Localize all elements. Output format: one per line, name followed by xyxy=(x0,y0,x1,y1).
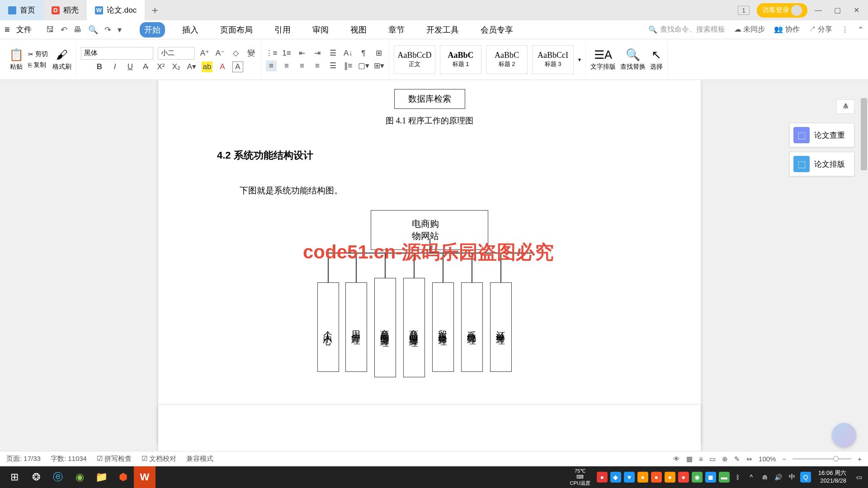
zoom-level[interactable]: 100% xyxy=(759,455,776,463)
char-border-button[interactable]: A xyxy=(232,61,243,72)
tray-icon[interactable]: ▬ xyxy=(719,472,730,483)
volume-icon[interactable]: 🔊 xyxy=(773,472,784,483)
tray-icon[interactable]: ● xyxy=(665,472,675,483)
task-app-1[interactable]: ❂ xyxy=(25,466,47,488)
strikethrough-button[interactable]: A̶ xyxy=(140,61,151,72)
style-heading1[interactable]: AaBbC标题 1 xyxy=(440,45,481,74)
tab-home[interactable]: 首页 xyxy=(0,0,43,20)
redo-icon[interactable]: ↷ xyxy=(104,25,111,35)
maximize-button[interactable]: ▢ xyxy=(829,4,845,17)
sort-button[interactable]: A↓ xyxy=(343,48,354,59)
align-right-button[interactable]: ≡ xyxy=(297,61,307,71)
tab-document[interactable]: W 论文.doc xyxy=(87,0,145,20)
command-search[interactable]: 🔍 查找命令、搜索模板 xyxy=(648,25,725,34)
tray-icon[interactable]: ● xyxy=(597,472,608,483)
tray-icon[interactable]: ● xyxy=(651,472,662,483)
style-heading2[interactable]: AaBbC标题 2 xyxy=(486,45,528,74)
app-icon-1[interactable]: ⬢ xyxy=(112,466,134,488)
find-replace-button[interactable]: 🔍查找替换 xyxy=(620,48,646,71)
menu-tab-devtools[interactable]: 开发工具 xyxy=(422,22,463,38)
share-button[interactable]: ↗ 分享 xyxy=(809,25,832,34)
tray-icon[interactable]: Q xyxy=(800,472,811,483)
fit-width-icon[interactable]: ⇔ xyxy=(746,455,752,463)
asian-layout-button[interactable]: ☰ xyxy=(327,48,338,59)
window-counter[interactable]: 1 xyxy=(738,6,750,15)
tab-daoke[interactable]: D 稻壳 xyxy=(43,0,87,20)
explorer-icon[interactable]: 📁 xyxy=(90,466,112,488)
ie-icon[interactable]: ⓔ xyxy=(47,466,69,488)
taskbar-clock[interactable]: 16:06 周六 2021/8/28 xyxy=(814,469,851,485)
visitor-login-button[interactable]: 访客登录 xyxy=(757,3,807,18)
vertical-scrollbar[interactable] xyxy=(860,80,868,451)
text-effects-button[interactable]: A▾ xyxy=(186,61,197,72)
italic-button[interactable]: I xyxy=(109,61,120,72)
notifications-icon[interactable]: ▭ xyxy=(854,472,864,483)
save-icon[interactable]: 🖫 xyxy=(46,25,54,35)
undo-icon[interactable]: ↶ xyxy=(61,25,67,35)
font-color-button[interactable]: A xyxy=(217,61,228,72)
increase-indent-button[interactable]: ⇥ xyxy=(312,48,323,59)
collab-button[interactable]: 👥 协作 xyxy=(774,25,799,34)
preview-icon[interactable]: 🔍 xyxy=(88,25,98,35)
more-menu[interactable]: ⋮ xyxy=(841,25,849,34)
ime-indicator[interactable]: 中 xyxy=(787,472,797,483)
bold-button[interactable]: B xyxy=(94,61,105,72)
select-button[interactable]: ↖选择 xyxy=(650,48,663,71)
style-heading3[interactable]: AaBbCcI标题 3 xyxy=(532,45,574,74)
bluetooth-icon[interactable]: ᛒ xyxy=(732,472,743,483)
styles-more-button[interactable]: ▾ xyxy=(578,56,581,63)
menu-tab-reference[interactable]: 引用 xyxy=(270,22,295,38)
numbering-button[interactable]: 1≡ xyxy=(281,48,292,59)
menu-tab-vip[interactable]: 会员专享 xyxy=(476,22,518,38)
decrease-indent-button[interactable]: ⇤ xyxy=(297,48,307,59)
tray-icon[interactable]: ● xyxy=(678,472,689,483)
annotation-icon[interactable]: ✎ xyxy=(734,455,740,463)
print-icon[interactable]: 🖶 xyxy=(74,25,82,35)
close-button[interactable]: ✕ xyxy=(848,4,864,17)
wifi-icon[interactable]: ⋒ xyxy=(760,472,770,483)
menu-tab-insert[interactable]: 插入 xyxy=(178,22,203,38)
hamburger-icon[interactable]: ≡ xyxy=(5,24,10,35)
tray-up-icon[interactable]: ^ xyxy=(746,472,757,483)
tray-icon[interactable]: ● xyxy=(637,472,648,483)
paragraph-mark-button[interactable]: ¶ xyxy=(358,48,369,59)
align-center-button[interactable]: ≡ xyxy=(281,61,292,71)
underline-button[interactable]: U xyxy=(125,61,136,72)
decrease-font-icon[interactable]: A⁻ xyxy=(215,48,226,59)
scroll-thumb[interactable] xyxy=(861,98,867,170)
eye-care-icon[interactable]: 👁 xyxy=(673,455,680,463)
tray-icon[interactable]: ◆ xyxy=(610,472,621,483)
borders-button[interactable]: ⊞▾ xyxy=(373,61,384,71)
copy-button[interactable]: ⎘ 复制 xyxy=(28,61,48,69)
line-spacing-button[interactable]: ‖≡ xyxy=(343,61,354,71)
zoom-slider[interactable] xyxy=(793,458,851,460)
increase-font-icon[interactable]: A⁺ xyxy=(199,48,210,59)
word-count[interactable]: 字数: 11034 xyxy=(51,455,87,463)
font-name-select[interactable] xyxy=(81,47,153,60)
menu-tab-review[interactable]: 审阅 xyxy=(308,22,333,38)
zoom-thumb[interactable] xyxy=(833,456,839,461)
sync-status[interactable]: ☁ 未同步 xyxy=(734,25,765,34)
subscript-button[interactable]: X₂ xyxy=(171,61,182,72)
wps-icon[interactable]: W xyxy=(134,466,156,488)
zoom-out-button[interactable]: − xyxy=(782,455,786,463)
bullets-button[interactable]: ⋮≡ xyxy=(266,48,277,59)
web-view-icon[interactable]: ⊕ xyxy=(722,455,728,463)
collapse-ribbon[interactable]: ⌃ xyxy=(858,25,863,34)
outline-view-icon[interactable]: ≡ xyxy=(699,455,703,463)
page-indicator[interactable]: 页面: 17/33 xyxy=(6,455,41,463)
clear-format-icon[interactable]: ◇ xyxy=(230,48,241,59)
cpu-temp[interactable]: 75℃⌨CPU温度 xyxy=(570,468,590,487)
paste-button[interactable]: 📋 粘贴 xyxy=(9,48,24,71)
page-view-icon[interactable]: ▦ xyxy=(686,455,693,463)
format-painter-button[interactable]: 🖌 格式刷 xyxy=(52,48,71,71)
align-left-button[interactable]: ≡ xyxy=(266,61,277,71)
tabs-button[interactable]: ⊞ xyxy=(373,48,384,59)
style-normal[interactable]: AaBbCcD正文 xyxy=(394,45,435,74)
read-view-icon[interactable]: ▭ xyxy=(709,455,716,463)
doc-proof[interactable]: ☑ 文档校对 xyxy=(142,455,176,463)
new-tab-button[interactable]: + xyxy=(145,4,165,17)
highlight-button[interactable]: ab xyxy=(202,61,212,72)
shading-button[interactable]: ▢▾ xyxy=(358,61,369,71)
file-menu[interactable]: 文件 xyxy=(16,24,32,35)
